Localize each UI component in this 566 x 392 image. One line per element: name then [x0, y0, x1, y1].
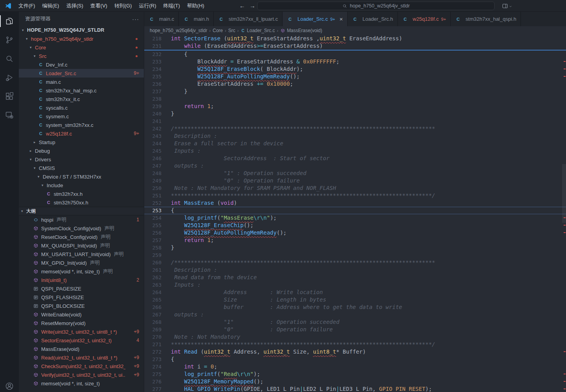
- outline-item-sectorerase-uint32-t-uint32-t[interactable]: SectorErase(uint32_t, uint32_t)4: [19, 336, 144, 345]
- code-line[interactable]: 263 Inputs :: [144, 281, 566, 289]
- tab-loader-src-h[interactable]: CLoader_Src.h: [348, 12, 398, 26]
- code-line[interactable]: 277 HAL_GPIO_WritePin(GPIOE, LED1_L_Pin|…: [144, 385, 566, 392]
- gutter-line-number[interactable]: 268: [144, 318, 161, 326]
- code-line[interactable]: 252int MassErase (void): [144, 199, 566, 207]
- gutter-line-number[interactable]: 260: [144, 259, 161, 266]
- code-line[interactable]: 268 "1" : Operation succeeded: [144, 318, 566, 326]
- code-line[interactable]: 270 Note : Not Mandatory: [144, 333, 566, 341]
- file-item-stm32h7xx-hal-msp-c[interactable]: Cstm32h7xx_hal_msp.c: [19, 86, 144, 95]
- outline-item-writeenable-void[interactable]: WriteEnable(void): [19, 310, 144, 319]
- gutter-line-number[interactable]: 251: [144, 192, 161, 199]
- code-line[interactable]: 251*************************************…: [144, 192, 566, 199]
- code-line[interactable]: 258}: [144, 244, 566, 251]
- code-line[interactable]: 243 Description :: [144, 132, 566, 140]
- code-line[interactable]: 273{: [144, 356, 566, 363]
- code-line[interactable]: 218int SectorErase (uint32_t EraseStartA…: [144, 35, 566, 42]
- code-line[interactable]: 248 "1" : Operation succeeded: [144, 170, 566, 177]
- outline-item-mx-gpio-init-void[interactable]: MX_GPIO_Init(void)声明: [19, 258, 144, 267]
- code-line[interactable]: 246 SectorAddress : Start of sector: [144, 155, 566, 162]
- gutter-line-number[interactable]: 244: [144, 140, 161, 147]
- code-line[interactable]: 235 W25Q128F_AutoPollingMemReady();: [144, 73, 566, 80]
- outline-item-hqspi[interactable]: hqspi声明1: [19, 215, 144, 224]
- file-item-w25q128f-c[interactable]: Cw25q128f.c9+: [19, 129, 144, 138]
- gutter-line-number[interactable]: 271: [144, 341, 161, 348]
- code-line[interactable]: 253{: [144, 207, 566, 214]
- gutter-line-number[interactable]: 267: [144, 311, 161, 318]
- gutter-line-number[interactable]: 270: [144, 333, 161, 341]
- run-debug-button[interactable]: [0, 68, 19, 87]
- gutter-line-number[interactable]: 272: [144, 348, 161, 356]
- code-line[interactable]: 241: [144, 117, 566, 125]
- code-line[interactable]: 275 log_printf("Read\r\n");: [144, 370, 566, 378]
- code-line[interactable]: 237 }: [144, 88, 566, 95]
- gutter-line-number[interactable]: 233: [144, 58, 161, 65]
- gutter-line-number[interactable]: 273: [144, 356, 161, 363]
- folder-item-src[interactable]: ▾Src: [19, 52, 144, 60]
- folder-item-hope-h750-w25q64jv-stldr[interactable]: ▾hope_h750_w25q64jv_stldr: [19, 34, 144, 43]
- outline-item-qspi-pagesize[interactable]: QSPI_PAGESIZE: [19, 284, 144, 293]
- gutter-line-number[interactable]: 275: [144, 370, 161, 378]
- gutter-line-number[interactable]: 242: [144, 125, 161, 132]
- menu-item[interactable]: 文件(F): [15, 0, 39, 11]
- gutter-line-number[interactable]: 255: [144, 222, 161, 229]
- code-line[interactable]: 239 return 1;: [144, 103, 566, 110]
- outline-item-resetmemory-void[interactable]: ResetMemory(void): [19, 319, 144, 327]
- gutter-line-number[interactable]: 256: [144, 229, 161, 237]
- file-item-stm32h750xx-h[interactable]: Cstm32h750xx.h: [19, 198, 144, 207]
- gutter-line-number[interactable]: 257: [144, 237, 161, 244]
- gutter-line-number[interactable]: 241: [144, 117, 161, 125]
- tab-loader-src-c[interactable]: CLoader_Src.c9+×: [283, 12, 348, 26]
- tab-stm32h7xx-ll-lpuart-c[interactable]: Cstm32h7xx_ll_lpuart.c: [214, 12, 283, 26]
- embedded-tools-button[interactable]: [0, 106, 19, 125]
- outline-item-memset-void-int-size-t[interactable]: memset(void *, int, size_t): [19, 379, 144, 388]
- gutter-line-number[interactable]: 218: [144, 35, 161, 42]
- gutter-line-number[interactable]: 265: [144, 296, 161, 303]
- folder-item-hope-h750-w25q64jv-stldr[interactable]: ▾HOPE_H750_W25Q64JV_STLDR: [19, 26, 144, 34]
- code-line[interactable]: 249 "0" : Operation failure: [144, 177, 566, 184]
- command-center-search[interactable]: hope_h750_w25q64jv_stldr: [257, 2, 495, 10]
- gutter-line-number[interactable]: 245: [144, 147, 161, 155]
- code-line[interactable]: 260/************************************…: [144, 259, 566, 266]
- outline-item-resetclock-config-void[interactable]: ResetClock_Config(void)声明: [19, 233, 144, 241]
- search-button[interactable]: [0, 49, 19, 68]
- code-line[interactable]: 269 "0" : Operation failure: [144, 326, 566, 333]
- breadcrumb-item-src[interactable]: Src: [228, 28, 235, 33]
- file-item-sysmem-c[interactable]: Csysmem.c: [19, 112, 144, 121]
- gutter-line-number[interactable]: 269: [144, 326, 161, 333]
- code-line[interactable]: 256 W25Q128F_AutoPollingMemReady();: [144, 229, 566, 237]
- gutter-line-number[interactable]: 234: [144, 65, 161, 73]
- gutter-line-number[interactable]: 259: [144, 251, 161, 259]
- gutter-line-number[interactable]: 261: [144, 266, 161, 274]
- file-item-system-stm32h7xx-c[interactable]: Csystem_stm32h7xx.c: [19, 121, 144, 129]
- gutter-line-number[interactable]: 235: [144, 73, 161, 80]
- gutter-line-number[interactable]: 277: [144, 385, 161, 392]
- menu-item[interactable]: 帮助(H): [183, 0, 208, 11]
- gutter-line-number[interactable]: 237: [144, 88, 161, 95]
- code-line[interactable]: 262 Read data from the device: [144, 274, 566, 281]
- menu-item[interactable]: 查看(V): [87, 0, 111, 11]
- outline-item-init-uint8-t[interactable]: Init(uint8_t)2: [19, 276, 144, 284]
- outline-item-qspi-flashsize[interactable]: QSPI_FLASHSIZE: [19, 293, 144, 302]
- code-line[interactable]: 274 int i = 0;: [144, 363, 566, 370]
- folder-item-include[interactable]: ▾Include: [19, 181, 144, 190]
- gutter-line-number[interactable]: 276: [144, 378, 161, 385]
- outline-item-read-uint32-t-uint32-t-uint8-t[interactable]: Read(uint32_t, uint32_t, uint8_t *)+9: [19, 353, 144, 362]
- outline-item-verify-uint32-t-uint32-t-uint32-t-ui[interactable]: Verify(uint32_t, uint32_t, uint32_t, ui.…: [19, 370, 144, 379]
- gutter-line-number[interactable]: 236: [144, 80, 161, 88]
- outline-item-memset-void-int-size-t[interactable]: memset(void *, int, size_t)声明: [19, 267, 144, 276]
- menu-item[interactable]: 终端(T): [160, 0, 183, 11]
- gutter-line-number[interactable]: 253: [144, 207, 161, 214]
- breadcrumb-item-loader-src-c[interactable]: CLoader_Src.c: [241, 28, 275, 33]
- code-line[interactable]: 238: [144, 95, 566, 103]
- gutter-line-number[interactable]: 239: [144, 103, 161, 110]
- code-line[interactable]: 266 buffer : Address where to get the da…: [144, 303, 566, 311]
- editor-scrollbar[interactable]: [562, 164, 566, 223]
- tab-main-h[interactable]: Cmain.h: [179, 12, 214, 26]
- code-line[interactable]: 250 Note : Not Mandatory for SRAM PSRAM …: [144, 184, 566, 192]
- code-line[interactable]: 267 outputs :: [144, 311, 566, 318]
- gutter-line-number[interactable]: 240: [144, 110, 161, 117]
- outline-item-mx-usart1-uart-init-void[interactable]: MX_USART1_UART_Init(void)声明: [19, 250, 144, 258]
- folder-item-startup[interactable]: ▸Startup: [19, 138, 144, 146]
- code-line[interactable]: 233 BlockAddr = EraseStartAddress & 0x0F…: [144, 58, 566, 65]
- menu-item[interactable]: 选择(S): [63, 0, 87, 11]
